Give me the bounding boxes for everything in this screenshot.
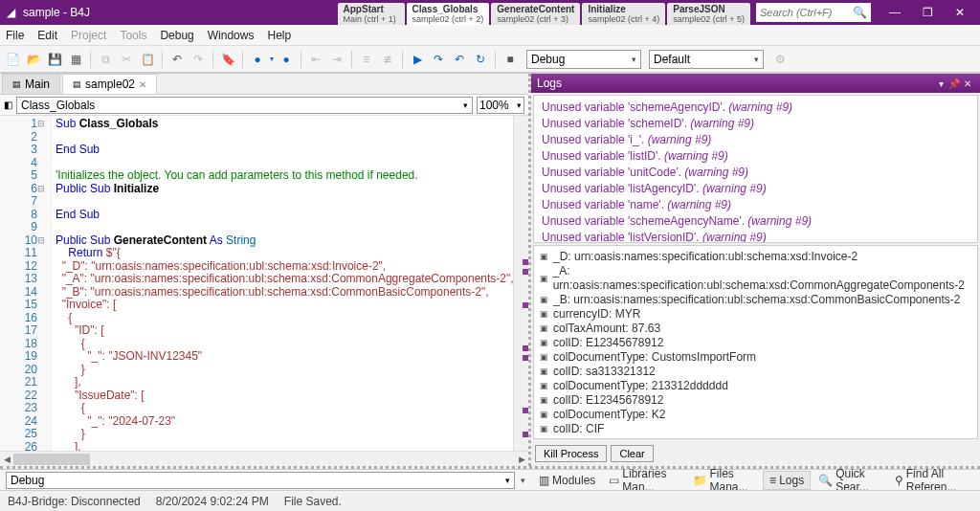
kill-process-button[interactable]: Kill Process	[535, 445, 607, 462]
panel-tab[interactable]: ▥Modules	[533, 472, 601, 489]
export-icon[interactable]: ▦	[67, 51, 84, 68]
new-icon[interactable]: 📄	[4, 51, 21, 68]
nav-tab[interactable]: ParseJSONsample02 (ctrl + 5)	[667, 3, 750, 25]
log-row[interactable]: ▣colID: E12345678912	[540, 336, 971, 350]
open-icon[interactable]: 📂	[25, 51, 42, 68]
nav-fwd-icon[interactable]: ●	[278, 51, 295, 68]
nav-back-icon[interactable]: ●	[249, 51, 266, 68]
warning-item[interactable]: Unused variable 'listAgencyID'. (warning…	[542, 181, 969, 197]
nav-tab[interactable]: GenerateContentsample02 (ctrl + 3)	[491, 3, 580, 25]
log-row[interactable]: ▣colID: CIF	[540, 422, 971, 436]
marker	[523, 259, 528, 265]
close-button[interactable]: ✕	[944, 0, 976, 25]
search-icon[interactable]: 🔍	[853, 6, 867, 19]
step-into-icon[interactable]: ↶	[451, 51, 468, 68]
log-row[interactable]: ▣currencyID: MYR	[540, 307, 971, 322]
log-row[interactable]: ▣colTaxAmount: 87.63	[540, 322, 971, 336]
log-row[interactable]: ▣colDocumentType: K2	[540, 408, 971, 422]
class-icon: ◧	[4, 100, 12, 110]
window-title: sample - B4J	[23, 6, 90, 19]
warning-item[interactable]: Unused variable 'name'. (warning #9)	[542, 197, 969, 213]
warnings-list[interactable]: Unused variable 'schemeAgencyID'. (warni…	[533, 95, 978, 243]
log-row[interactable]: ▣colDocumentType: CustomsImportForm	[540, 350, 971, 365]
bottom-dropdown-icon[interactable]: ▾	[521, 476, 525, 485]
menu-project[interactable]: Project	[71, 29, 106, 42]
search-box[interactable]: 🔍	[756, 3, 871, 22]
bookmark-icon[interactable]: 🔖	[219, 51, 236, 68]
copy-icon[interactable]: ⧉	[97, 51, 114, 68]
panel-tab[interactable]: ≡Logs	[763, 471, 811, 490]
marker	[523, 355, 528, 361]
log-row[interactable]: ▣_D: urn:oasis:names:specification:ubl:s…	[540, 250, 971, 264]
warning-item[interactable]: Unused variable 'schemeAgencyID'. (warni…	[542, 100, 969, 116]
status-time: 8/20/2024 9:02:24 PM	[156, 495, 269, 508]
config-combo[interactable]: Debug	[526, 50, 641, 69]
menu-file[interactable]: File	[6, 29, 24, 42]
menubar: FileEditProjectToolsDebugWindowsHelp	[0, 25, 980, 46]
menu-edit[interactable]: Edit	[37, 29, 57, 42]
cut-icon[interactable]: ✂	[118, 51, 135, 68]
nav-tabs: AppStartMain (ctrl + 1)Class_Globalssamp…	[338, 0, 750, 25]
tab-icon: ⚲	[895, 474, 903, 487]
marker	[523, 345, 528, 351]
warning-item[interactable]: Unused variable 'i_'. (warning #9)	[542, 132, 969, 148]
minimize-button[interactable]: —	[879, 0, 911, 25]
zoom-combo[interactable]: 100%	[477, 97, 524, 114]
bridge-status: B4J-Bridge: Disconnected	[8, 495, 141, 508]
nav-tab[interactable]: Class_Globalssample02 (ctrl + 2)	[407, 3, 490, 25]
doc-tab[interactable]: ▤sample02✕	[62, 74, 157, 94]
log-row[interactable]: ▣colID: E12345678912	[540, 393, 971, 408]
search-input[interactable]	[760, 7, 846, 18]
step-out-icon[interactable]: ↻	[472, 51, 489, 68]
tab-icon: ▭	[609, 474, 619, 487]
tab-icon: 🔍	[818, 474, 833, 487]
warning-item[interactable]: Unused variable 'schemeAgencyName'. (war…	[542, 213, 969, 230]
maximize-button[interactable]: ❐	[911, 0, 944, 25]
marker	[523, 432, 528, 437]
settings-icon[interactable]: ⚙	[771, 51, 789, 68]
code-editor[interactable]: 1⊟23456⊟78910⊟11121314151617181920212223…	[0, 116, 528, 451]
warning-item[interactable]: Unused variable 'listVersionID'. (warnin…	[542, 230, 969, 243]
stop-icon[interactable]: ■	[501, 51, 519, 68]
horizontal-scrollbar[interactable]: ◀▶	[0, 451, 528, 466]
log-row[interactable]: ▣colID: sa313321312	[540, 365, 971, 379]
code-body[interactable]: Sub Class_Globals End Sub 'Initializes t…	[52, 116, 513, 451]
doc-tab[interactable]: ▤Main	[2, 74, 60, 94]
menu-tools[interactable]: Tools	[120, 29, 146, 42]
log-output[interactable]: ▣_D: urn:oasis:names:specification:ubl:s…	[533, 245, 978, 439]
dropdown-icon[interactable]: ▾	[934, 78, 947, 89]
indent-icon[interactable]: ⇥	[328, 51, 345, 68]
paste-icon[interactable]: 📋	[139, 51, 156, 68]
outdent-icon[interactable]: ⇤	[307, 51, 324, 68]
clear-button[interactable]: Clear	[611, 445, 653, 462]
menu-debug[interactable]: Debug	[160, 29, 193, 42]
run-icon[interactable]: ▶	[409, 51, 426, 68]
bottom-bar: Debug ▾ ▥Modules▭Libraries Man...📁Files …	[0, 469, 980, 490]
uncomment-icon[interactable]: ≢	[379, 51, 396, 68]
warning-item[interactable]: Unused variable 'listID'. (warning #9)	[542, 148, 969, 165]
vertical-scrollbar[interactable]	[513, 116, 528, 451]
step-over-icon[interactable]: ↷	[430, 51, 447, 68]
marker	[523, 269, 528, 275]
log-row[interactable]: ▣_B: urn:oasis:names:specification:ubl:s…	[540, 293, 971, 307]
comment-icon[interactable]: ≡	[358, 51, 375, 68]
save-icon[interactable]: 💾	[46, 51, 63, 68]
log-row[interactable]: ▣colDocumentType: 213312dddddd	[540, 379, 971, 393]
undo-icon[interactable]: ↶	[168, 51, 186, 68]
pin-icon[interactable]: 📌	[947, 78, 961, 89]
close-icon[interactable]: ✕	[139, 79, 146, 90]
menu-help[interactable]: Help	[267, 29, 291, 42]
logs-title: Logs	[537, 77, 934, 90]
warning-item[interactable]: Unused variable 'unitCode'. (warning #9)	[542, 165, 969, 181]
member-combo[interactable]: Class_Globals	[16, 97, 473, 114]
warning-item[interactable]: Unused variable 'schemeID'. (warning #9)	[542, 116, 969, 132]
build-combo[interactable]: Default	[649, 50, 764, 69]
titlebar: ◢ sample - B4J AppStartMain (ctrl + 1)Cl…	[0, 0, 980, 25]
menu-windows[interactable]: Windows	[208, 29, 255, 42]
debug-bottom-combo[interactable]: Debug	[6, 472, 515, 489]
nav-tab[interactable]: AppStartMain (ctrl + 1)	[338, 3, 405, 25]
nav-tab[interactable]: Initializesample02 (ctrl + 4)	[582, 3, 665, 25]
redo-icon[interactable]: ↷	[189, 51, 207, 68]
log-row[interactable]: ▣_A: urn:oasis:names:specification:ubl:s…	[540, 264, 971, 293]
panel-close-icon[interactable]: ✕	[961, 78, 974, 89]
